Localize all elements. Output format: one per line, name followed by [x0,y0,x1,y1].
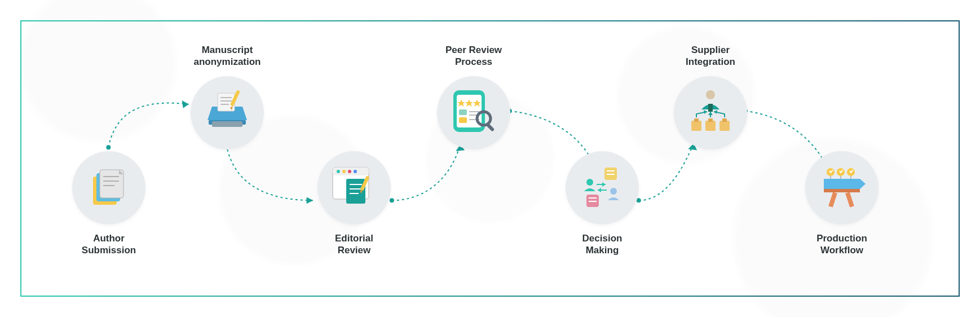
manuscript-anonymization-icon [191,76,264,149]
peer-review-icon [437,76,510,149]
step-author-submission: AuthorSubmission [58,151,160,257]
step-decision-making: DecisionMaking [551,151,653,257]
author-submission-icon [72,151,145,224]
step-manuscript-anonymization: Manuscriptanonymization [176,44,278,149]
svg-rect-66 [708,118,713,122]
svg-point-28 [337,170,340,173]
step-label: DecisionMaking [582,232,623,257]
step-label: Peer ReviewProcess [445,44,502,68]
svg-rect-79 [824,189,860,192]
diagram-frame: AuthorSubmission Manuscriptanonymization [20,20,960,297]
step-label: Manuscriptanonymization [193,44,261,68]
svg-rect-63 [705,121,716,131]
step-label: ProductionWorkflow [816,232,867,257]
svg-point-30 [348,170,351,173]
svg-rect-19 [212,121,242,127]
svg-marker-59 [598,188,601,192]
svg-point-29 [342,170,346,173]
svg-rect-80 [828,192,837,207]
svg-rect-49 [486,123,495,132]
production-workflow-icon [805,151,879,224]
svg-rect-32 [346,179,365,204]
svg-marker-72 [860,179,866,189]
step-peer-review-process: Peer ReviewProcess [423,44,524,149]
svg-rect-43 [459,109,467,115]
step-editorial-review: EditorialReview [303,151,405,257]
svg-marker-70 [714,110,717,114]
svg-rect-44 [459,117,467,123]
svg-point-60 [706,90,715,99]
svg-point-56 [586,179,593,186]
step-production-workflow: ProductionWorkflow [791,151,893,257]
svg-rect-65 [694,118,699,122]
step-label: SupplierIntegration [686,44,735,68]
decision-making-icon [566,151,639,224]
svg-marker-68 [704,110,707,114]
svg-rect-61 [708,104,713,112]
svg-rect-62 [691,121,701,131]
svg-point-31 [354,170,357,173]
svg-point-57 [610,188,617,195]
svg-rect-71 [824,179,860,189]
step-label: AuthorSubmission [82,232,136,257]
svg-rect-81 [845,192,854,207]
step-supplier-integration: SupplierIntegration [660,44,761,149]
svg-rect-67 [722,118,727,122]
svg-point-0 [106,145,111,149]
svg-marker-58 [602,182,606,187]
svg-marker-69 [708,112,713,115]
svg-rect-64 [719,121,730,131]
diagram-stage: AuthorSubmission Manuscriptanonymization [33,33,947,284]
editorial-review-icon [317,151,391,224]
supplier-integration-icon [674,76,747,149]
step-label: EditorialReview [335,232,373,257]
